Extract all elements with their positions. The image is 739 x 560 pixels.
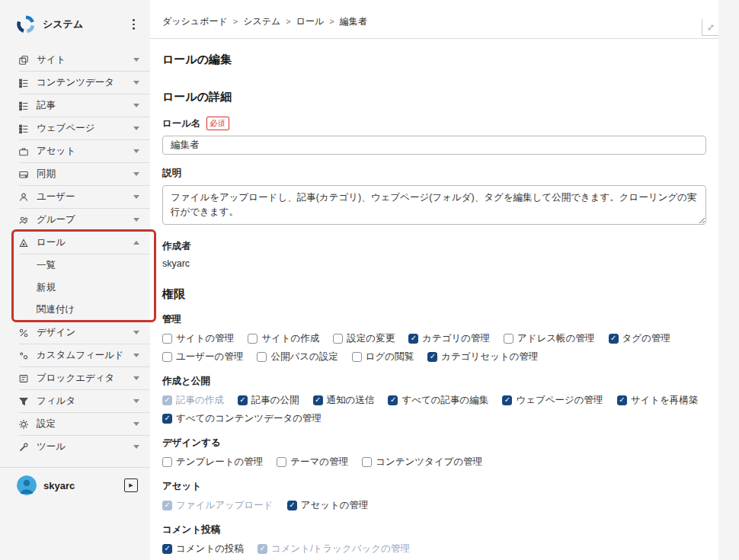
- checked-checkbox-icon: [258, 544, 267, 554]
- sidebar-item-block-editor[interactable]: ブロックエディタ: [0, 367, 150, 389]
- collapse-sidebar-button[interactable]: ▶: [124, 478, 138, 492]
- unchecked-checkbox-icon[interactable]: [162, 352, 172, 362]
- sidebar-item-label: ブロックエディタ: [37, 372, 133, 385]
- sidebar-item-label: ウェブページ: [37, 122, 133, 135]
- chevron-up-icon: [133, 241, 139, 245]
- checked-checkbox-icon[interactable]: [238, 395, 248, 405]
- description-label: 説明: [162, 167, 706, 180]
- sidebar-item-label: サイト: [37, 53, 133, 66]
- permission-checkbox[interactable]: すべてのコンテンツデータの管理: [162, 412, 322, 425]
- permission-checkbox[interactable]: ログの閲覧: [352, 350, 414, 363]
- permission-checkbox[interactable]: カテゴリの管理: [408, 332, 490, 345]
- unchecked-checkbox-icon[interactable]: [248, 334, 258, 344]
- sidebar-subitem[interactable]: 一覧: [0, 254, 150, 277]
- sidebar-item-webpages[interactable]: ウェブページ: [0, 117, 150, 139]
- permission-checkbox[interactable]: コンテンツタイプの管理: [362, 456, 482, 469]
- sidebar-item-entries[interactable]: 記事: [0, 94, 150, 117]
- user-name: skyarc: [43, 480, 124, 491]
- sidebar-item-settings[interactable]: 設定: [0, 413, 150, 435]
- permission-checkbox[interactable]: 設定の変更: [333, 332, 395, 345]
- permission-checkbox[interactable]: 記事の公開: [238, 394, 299, 407]
- permission-checkbox[interactable]: アセットの管理: [287, 499, 369, 512]
- sidebar-item-custom-fields[interactable]: カスタムフィールド: [0, 344, 150, 366]
- user-avatar: [17, 475, 37, 495]
- checked-checkbox-icon[interactable]: [313, 395, 323, 405]
- content-data-icon: [18, 78, 29, 88]
- assets-icon: [18, 146, 29, 157]
- permission-label: アセットの管理: [301, 499, 369, 512]
- sidebar-item-label: デザイン: [37, 326, 133, 339]
- role-name-input[interactable]: [162, 136, 706, 155]
- permission-checkbox[interactable]: 通知の送信: [313, 394, 375, 407]
- permission-group-label: 管理: [162, 313, 706, 326]
- unchecked-checkbox-icon[interactable]: [277, 457, 286, 467]
- sidebar-item-design[interactable]: デザイン: [0, 322, 150, 344]
- sidebar-user-section: skyarc ▶: [0, 467, 150, 495]
- breadcrumb-item[interactable]: ダッシュボード: [162, 16, 228, 27]
- sidebar-item-sync[interactable]: 同期: [0, 163, 150, 185]
- unchecked-checkbox-icon[interactable]: [162, 457, 172, 467]
- unchecked-checkbox-icon[interactable]: [257, 352, 267, 362]
- sidebar-item-filter[interactable]: フィルタ: [0, 390, 150, 412]
- permission-checkbox[interactable]: ウェブページの管理: [502, 394, 603, 407]
- permission-checkbox[interactable]: テンプレートの管理: [162, 456, 263, 469]
- permission-group-label: コメント投稿: [162, 523, 706, 536]
- permission-checkbox[interactable]: テーマの管理: [277, 456, 348, 469]
- sidebar-subitem[interactable]: 新規: [0, 277, 150, 299]
- checked-checkbox-icon[interactable]: [617, 395, 627, 405]
- block-editor-icon: [18, 373, 29, 384]
- expand-button[interactable]: [702, 19, 718, 36]
- checked-checkbox-icon[interactable]: [287, 501, 297, 510]
- permission-checkbox[interactable]: サイトを再構築: [617, 394, 699, 407]
- unchecked-checkbox-icon[interactable]: [504, 334, 513, 344]
- permission-group: 作成と公開記事の作成記事の公開通知の送信すべての記事の編集ウェブページの管理サイ…: [162, 375, 706, 425]
- sidebar-item-assets[interactable]: アセット: [0, 140, 150, 162]
- sidebar-item-tools[interactable]: ツール: [0, 436, 150, 458]
- permission-label: すべてのコンテンツデータの管理: [176, 412, 322, 425]
- unchecked-checkbox-icon[interactable]: [162, 334, 172, 344]
- permission-checkbox[interactable]: カテゴリセットの管理: [427, 350, 538, 363]
- checked-checkbox-icon[interactable]: [162, 414, 172, 424]
- permission-checkbox[interactable]: サイトの管理: [162, 332, 234, 345]
- permission-checkbox[interactable]: すべての記事の編集: [388, 394, 488, 407]
- breadcrumb-item[interactable]: ロール: [296, 16, 325, 27]
- checked-checkbox-icon[interactable]: [162, 544, 172, 554]
- permission-checkbox[interactable]: 公開パスの設定: [257, 350, 338, 363]
- permission-label: コメントの投稿: [176, 542, 244, 555]
- permission-checkbox[interactable]: ユーザーの管理: [162, 350, 243, 363]
- description-textarea[interactable]: ファイルをアップロードし、記事(カテゴリ)、ウェブページ(フォルダ)、タグを編集…: [162, 185, 706, 225]
- tools-icon: [18, 442, 29, 453]
- sidebar-item-content-data[interactable]: コンテンツデータ: [0, 72, 150, 94]
- checked-checkbox-icon[interactable]: [502, 395, 512, 405]
- sidebar-item-label: 同期: [37, 168, 133, 181]
- checked-checkbox-icon[interactable]: [427, 352, 437, 362]
- kebab-menu-icon[interactable]: [128, 16, 139, 32]
- breadcrumb-item[interactable]: システム: [243, 16, 280, 27]
- permission-label: ユーザーの管理: [176, 350, 243, 363]
- permission-label: サイトを再構築: [631, 394, 699, 407]
- checked-checkbox-icon[interactable]: [408, 334, 418, 344]
- sidebar-item-label: ロール: [37, 236, 133, 249]
- checked-checkbox-icon[interactable]: [609, 334, 619, 344]
- author-label: 作成者: [162, 240, 706, 253]
- permission-checkbox[interactable]: サイトの作成: [248, 332, 319, 345]
- sidebar-item-user[interactable]: ユーザー: [0, 186, 150, 208]
- unchecked-checkbox-icon[interactable]: [362, 457, 372, 467]
- permission-label: 通知の送信: [327, 394, 375, 407]
- breadcrumb-separator: >: [233, 17, 238, 26]
- unchecked-checkbox-icon[interactable]: [333, 334, 343, 344]
- permission-label: サイトの管理: [176, 332, 234, 345]
- permission-checkbox[interactable]: タグの管理: [609, 332, 670, 345]
- sidebar-subitem[interactable]: 関連付け: [0, 299, 150, 321]
- checked-checkbox-icon[interactable]: [388, 395, 398, 405]
- breadcrumb-separator: >: [286, 17, 290, 26]
- sidebar-item-sites[interactable]: サイト: [0, 49, 150, 71]
- unchecked-checkbox-icon[interactable]: [352, 352, 362, 362]
- sidebar-item-role[interactable]: ロール: [0, 232, 150, 254]
- chevron-down-icon: [133, 354, 139, 357]
- permission-checkbox[interactable]: アドレス帳の管理: [504, 332, 594, 345]
- app-logo-icon: [17, 15, 35, 34]
- sidebar-item-group[interactable]: グループ: [0, 209, 150, 231]
- permission-checkbox[interactable]: コメントの投稿: [162, 542, 244, 555]
- settings-icon: [18, 419, 29, 430]
